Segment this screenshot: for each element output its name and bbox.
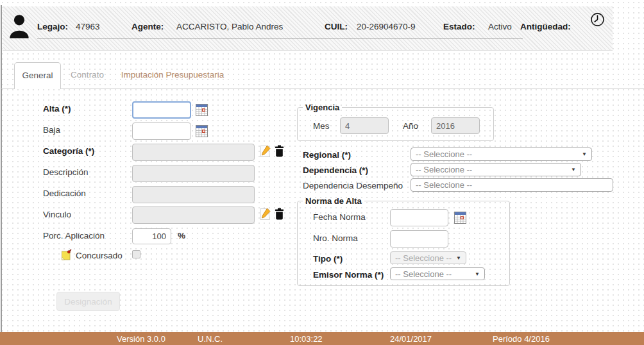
chevron-down-icon: ▼ xyxy=(475,271,480,277)
alta-label: Alta (*) xyxy=(43,104,71,114)
anio-input xyxy=(431,117,480,134)
header-divider xyxy=(37,38,523,38)
designacion-button: Designación xyxy=(56,292,120,311)
cuil-label: CUIL: xyxy=(325,22,348,31)
version-text: Versión 3.0.0 xyxy=(117,334,165,344)
concursado-note-icon xyxy=(61,249,72,260)
user-icon xyxy=(8,13,31,38)
institution-text: U.N.C. xyxy=(198,334,223,344)
nro-norma-input[interactable] xyxy=(390,230,448,248)
emisor-norma-label: Emisor Norma (*) xyxy=(313,270,384,280)
categoria-edit-icon[interactable] xyxy=(259,145,271,158)
porc-aplicacion-input[interactable] xyxy=(132,228,171,244)
agent-header: Legajo: 47963 Agente: ACCARISTO, Pablo A… xyxy=(3,6,613,51)
baja-date-input[interactable] xyxy=(132,122,191,140)
dependencia-desempenio-select[interactable]: -- Seleccione -- xyxy=(411,178,613,192)
nro-norma-label: Nro. Norma xyxy=(313,233,358,243)
vinculo-input xyxy=(132,206,255,224)
dependencia-desempenio-select-value: -- Seleccione -- xyxy=(416,180,472,190)
vigencia-legend: Vigencia xyxy=(303,103,342,112)
legajo-label: Legajo: xyxy=(37,22,68,31)
tipo-select[interactable]: -- Seleccione -- ▼ xyxy=(390,251,466,264)
periodo-text: Período 4/2016 xyxy=(493,334,550,344)
estado-value: Activo xyxy=(488,22,512,31)
descripcion-label: Descripción xyxy=(43,167,89,177)
concursado-label: Concursado xyxy=(76,251,123,260)
porc-aplicacion-label: Porc. Aplicación xyxy=(43,231,105,240)
mes-input xyxy=(340,117,389,134)
regional-label: Regional (*) xyxy=(303,150,351,160)
fecha-norma-input[interactable] xyxy=(390,209,448,226)
tab-general[interactable]: General xyxy=(14,62,61,89)
dependencia-label: Dependencia (*) xyxy=(303,165,368,175)
porc-percent-sign: % xyxy=(178,231,185,240)
clock-time-text: 10:03:22 xyxy=(290,334,323,344)
agente-label: Agente: xyxy=(131,22,164,31)
legajo-value: 47963 xyxy=(76,22,100,31)
vinculo-edit-icon[interactable] xyxy=(259,208,271,221)
tabbar-underline xyxy=(1,88,644,88)
emisor-norma-select-value: -- Seleccione -- xyxy=(395,269,452,279)
baja-calendar-icon[interactable] xyxy=(196,125,208,137)
fecha-norma-calendar-icon[interactable] xyxy=(454,212,466,224)
agente-value: ACCARISTO, Pablo Andres xyxy=(176,22,283,31)
page: Legajo: 47963 Agente: ACCARISTO, Pablo A… xyxy=(0,0,644,345)
regional-select[interactable]: -- Seleccione -- ▼ xyxy=(411,147,592,161)
chevron-down-icon: ▼ xyxy=(571,167,576,172)
vinculo-label: Vinculo xyxy=(43,210,71,219)
chevron-down-icon: ▼ xyxy=(456,255,461,261)
cuil-value: 20-26904670-9 xyxy=(357,22,416,31)
anio-label: Año xyxy=(403,121,418,131)
descripcion-input xyxy=(132,165,255,182)
chevron-down-icon: ▼ xyxy=(582,151,587,157)
date-text: 24/01/2017 xyxy=(390,334,432,344)
vinculo-delete-icon[interactable] xyxy=(275,208,284,220)
tab-imputacion-presupuestaria[interactable]: Imputación Presupuestaria xyxy=(117,62,228,88)
dependencia-select[interactable]: -- Seleccione -- ▼ xyxy=(411,163,581,176)
dedicacion-label: Dedicación xyxy=(43,189,86,198)
antiguedad-label: Antigüedad: xyxy=(520,22,571,31)
baja-label: Baja xyxy=(43,125,60,135)
emisor-norma-select[interactable]: -- Seleccione -- ▼ xyxy=(390,267,485,280)
norma-de-alta-legend: Norma de Alta xyxy=(303,196,364,206)
categoria-label: Categoría (*) xyxy=(43,146,94,156)
dependencia-select-value: -- Seleccione -- xyxy=(416,165,472,174)
regional-select-value: -- Seleccione -- xyxy=(416,149,472,159)
tipo-label: Tipo (*) xyxy=(313,254,343,264)
mes-label: Mes xyxy=(313,121,330,131)
categoria-delete-icon[interactable] xyxy=(275,145,284,157)
categoria-input xyxy=(132,144,255,161)
tab-contrato[interactable]: Contrato xyxy=(64,62,110,88)
clock-icon[interactable] xyxy=(590,12,605,27)
alta-calendar-icon[interactable] xyxy=(196,104,208,116)
dependencia-desempenio-label: Dependencia Desempeño xyxy=(303,181,403,190)
dedicacion-input xyxy=(132,186,255,203)
fecha-norma-label: Fecha Norma xyxy=(313,212,366,222)
estado-label: Estado: xyxy=(443,22,475,31)
status-bar: Versión 3.0.0 U.N.C. 10:03:22 24/01/2017… xyxy=(0,332,644,345)
concursado-checkbox xyxy=(132,250,140,258)
page-left-border xyxy=(1,5,2,332)
alta-date-input[interactable] xyxy=(132,101,191,119)
tipo-select-value: -- Seleccione -- xyxy=(395,253,452,263)
